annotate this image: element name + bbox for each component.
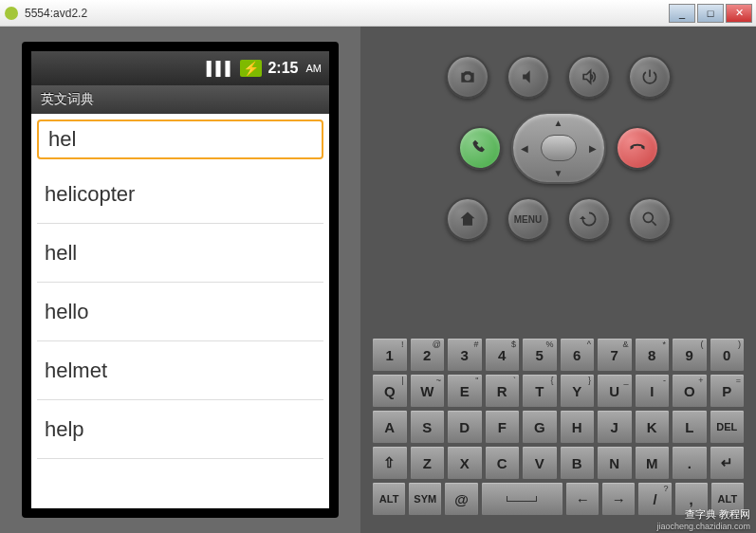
key-o[interactable]: O+: [672, 374, 708, 408]
keyboard-row-4: ⇧ZXCVBNM.↵: [372, 446, 745, 480]
watermark: 查字典 教程网 jiaocheng.chazidian.com: [656, 507, 750, 531]
dpad-row: ▲ ▼ ◀ ▶: [360, 112, 756, 184]
list-item[interactable]: help: [37, 400, 323, 459]
key-z[interactable]: Z: [410, 446, 446, 480]
key-↵[interactable]: ↵: [710, 446, 746, 480]
dpad-left-icon[interactable]: ◀: [521, 143, 528, 154]
key-⇧[interactable]: ⇧: [372, 446, 408, 480]
signal-icon: ▌▌▌: [207, 61, 235, 76]
maximize-button[interactable]: □: [697, 4, 724, 23]
keyboard-row-3: ASDFGHJKLDEL: [372, 410, 745, 444]
key-g[interactable]: G: [522, 410, 558, 444]
key-s[interactable]: S: [410, 410, 446, 444]
minimize-button[interactable]: _: [669, 4, 695, 23]
phone-screen: ▌▌▌ ⚡ 2:15 AM 英文词典 helicopter hell hello…: [22, 42, 339, 518]
key-alt-left[interactable]: ALT: [372, 482, 406, 516]
watermark-main: 查字典 教程网: [656, 507, 750, 522]
dpad-down-icon[interactable]: ▼: [554, 168, 563, 178]
key-e[interactable]: E": [447, 374, 483, 408]
key-7[interactable]: 7&: [597, 338, 633, 372]
key-space[interactable]: [481, 482, 563, 516]
key-4[interactable]: 4$: [485, 338, 521, 372]
key-arrow-right[interactable]: →: [601, 482, 636, 516]
key-3[interactable]: 3#: [447, 338, 483, 372]
key-x[interactable]: X: [447, 446, 483, 480]
svg-point-0: [5, 7, 18, 20]
key-arrow-left[interactable]: ←: [565, 482, 599, 516]
control-row-top: [360, 55, 756, 99]
key-8[interactable]: 8*: [635, 338, 671, 372]
volume-up-button[interactable]: [567, 55, 611, 99]
window-title: 5554:avd2.2: [25, 7, 669, 20]
list-item[interactable]: helicopter: [37, 165, 323, 224]
search-input[interactable]: [37, 119, 323, 159]
key-l[interactable]: L: [672, 410, 708, 444]
phone-frame: ▌▌▌ ⚡ 2:15 AM 英文词典 helicopter hell hello…: [0, 27, 360, 533]
key-9[interactable]: 9(: [672, 338, 708, 372]
svg-point-1: [643, 212, 653, 222]
home-button[interactable]: [446, 197, 489, 241]
power-button[interactable]: [628, 55, 672, 99]
status-ampm: AM: [306, 63, 323, 74]
window-buttons: _ □ ✕: [669, 4, 752, 23]
dpad[interactable]: ▲ ▼ ◀ ▶: [511, 112, 606, 184]
key-m[interactable]: M: [635, 446, 671, 480]
list-item[interactable]: hello: [37, 283, 323, 341]
key-k[interactable]: K: [635, 410, 671, 444]
spacebar-icon: [507, 496, 537, 502]
key-d[interactable]: D: [447, 410, 483, 444]
keyboard-row-1: 1!2@3#4$5%6^7&8*9(0): [372, 338, 745, 372]
key-p[interactable]: P=: [710, 374, 746, 408]
key-w[interactable]: W~: [410, 374, 446, 408]
menu-button[interactable]: MENU: [507, 197, 550, 241]
key-t[interactable]: T{: [522, 374, 558, 408]
watermark-sub: jiaocheng.chazidian.com: [656, 522, 750, 531]
key-h[interactable]: H: [560, 410, 596, 444]
key-y[interactable]: Y}: [560, 374, 596, 408]
dpad-right-icon[interactable]: ▶: [589, 143, 597, 154]
key-0[interactable]: 0): [710, 338, 746, 372]
back-button[interactable]: [567, 197, 611, 241]
key-.[interactable]: .: [672, 446, 708, 480]
window-titlebar: 5554:avd2.2 _ □ ✕: [0, 0, 756, 27]
key-1[interactable]: 1!: [372, 338, 408, 372]
key-at[interactable]: @: [444, 482, 478, 516]
call-button[interactable]: [458, 126, 502, 170]
camera-button[interactable]: [446, 55, 489, 99]
key-u[interactable]: U_: [597, 374, 633, 408]
key-sym[interactable]: SYM: [408, 482, 442, 516]
key-b[interactable]: B: [560, 446, 596, 480]
list-item[interactable]: hell: [37, 224, 323, 283]
app-content: helicopter hell hello helmet help: [31, 114, 329, 508]
android-icon: [4, 6, 19, 21]
dpad-center-button[interactable]: [541, 135, 577, 161]
key-6[interactable]: 6^: [560, 338, 596, 372]
app-title-bar: 英文词典: [31, 85, 329, 114]
key-j[interactable]: J: [597, 410, 633, 444]
key-a[interactable]: A: [372, 410, 408, 444]
key-r[interactable]: R`: [485, 374, 521, 408]
status-bar: ▌▌▌ ⚡ 2:15 AM: [31, 51, 329, 85]
end-call-button[interactable]: [616, 126, 659, 170]
battery-icon: ⚡: [240, 60, 262, 77]
control-row-bottom: MENU: [360, 197, 756, 241]
status-time: 2:15: [267, 60, 298, 77]
hardware-keyboard: 1!2@3#4$5%6^7&8*9(0) Q|W~E"R`T{Y}U_I-O+P…: [372, 338, 745, 518]
list-item[interactable]: helmet: [37, 341, 323, 400]
emulator-controls: ▲ ▼ ◀ ▶ MENU 1!2@3#4$5%6^7&8*9(0) Q|W~E"…: [360, 27, 756, 533]
dpad-up-icon[interactable]: ▲: [554, 118, 563, 128]
key-5[interactable]: 5%: [522, 338, 558, 372]
close-button[interactable]: ✕: [726, 4, 752, 23]
app-title: 英文词典: [41, 91, 94, 108]
key-q[interactable]: Q|: [372, 374, 408, 408]
key-f[interactable]: F: [485, 410, 521, 444]
key-del[interactable]: DEL: [710, 410, 746, 444]
key-v[interactable]: V: [522, 446, 558, 480]
search-button[interactable]: [628, 197, 672, 241]
key-i[interactable]: I-: [635, 374, 671, 408]
volume-down-button[interactable]: [507, 55, 550, 99]
keyboard-row-2: Q|W~E"R`T{Y}U_I-O+P=: [372, 374, 745, 408]
key-2[interactable]: 2@: [410, 338, 446, 372]
key-n[interactable]: N: [597, 446, 633, 480]
key-c[interactable]: C: [485, 446, 521, 480]
